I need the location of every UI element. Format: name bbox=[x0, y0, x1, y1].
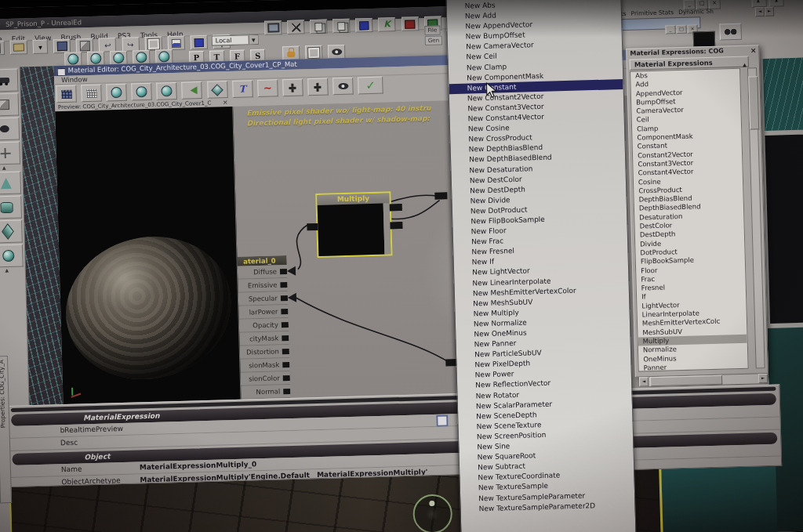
node-connector[interactable] bbox=[434, 192, 447, 199]
cone-primitive-icon[interactable] bbox=[0, 172, 21, 195]
corner-letter-t[interactable]: T bbox=[768, 0, 783, 7]
sphere-primitive-icon[interactable] bbox=[0, 244, 24, 267]
multiply-node[interactable]: Multiply bbox=[315, 191, 392, 258]
dock-tab-gen[interactable]: Gen bbox=[425, 35, 442, 45]
kismet-icon[interactable]: K bbox=[378, 17, 395, 32]
property-label: Name bbox=[61, 465, 82, 473]
scale-mode-icon[interactable] bbox=[190, 35, 207, 50]
minimize-icon[interactable]: _ bbox=[665, 25, 675, 34]
scrollbar-thumb[interactable] bbox=[748, 76, 759, 129]
browser-tab[interactable]: Primitive Stats bbox=[630, 9, 674, 17]
tab-scroll-right-icon[interactable]: ► bbox=[765, 7, 774, 16]
browser-tab[interactable]: Dynamic Sh bbox=[678, 8, 714, 16]
coordinate-system-combo[interactable]: Local ▼ bbox=[212, 34, 259, 46]
sheet-primitive-icon[interactable] bbox=[0, 219, 23, 243]
axis-gizmo-icon bbox=[71, 386, 85, 397]
plug-output-icon[interactable] bbox=[307, 78, 329, 96]
geometry-blob-icon[interactable] bbox=[0, 118, 20, 141]
node-input-b-connector[interactable] bbox=[390, 222, 402, 229]
property-label: Desc bbox=[60, 439, 78, 447]
save-icon[interactable] bbox=[53, 39, 71, 54]
grid-option-icon[interactable] bbox=[81, 85, 102, 103]
preview-cylinder-icon[interactable] bbox=[157, 82, 178, 100]
close-icon[interactable]: × bbox=[223, 99, 228, 106]
material-preview-viewport[interactable] bbox=[55, 107, 241, 407]
expressions-panel-title: Material Expressions: COG bbox=[630, 47, 724, 56]
cube-icon[interactable] bbox=[0, 93, 19, 117]
maximize-icon[interactable]: □ bbox=[676, 25, 686, 34]
node-output-connector[interactable] bbox=[307, 223, 318, 230]
mouse-cursor-icon bbox=[485, 81, 498, 101]
eye-icon[interactable] bbox=[328, 45, 345, 60]
light-widget-icon bbox=[412, 494, 452, 532]
background-option-icon[interactable] bbox=[56, 85, 77, 103]
lock-icon[interactable] bbox=[282, 46, 300, 61]
paste-icon[interactable] bbox=[332, 19, 350, 34]
browser-sphere-icon[interactable] bbox=[155, 49, 173, 64]
text-tool-icon[interactable]: T bbox=[232, 80, 253, 98]
open-file-icon[interactable] bbox=[10, 40, 27, 55]
dock-tab-file[interactable]: File bbox=[424, 26, 440, 36]
new-file-icon[interactable] bbox=[0, 41, 5, 56]
expressions-list[interactable]: AbsAddAppendVectorBumpOffsetCameraVector… bbox=[630, 68, 749, 372]
scrollbar-thumb[interactable] bbox=[650, 375, 722, 387]
dark-panel bbox=[765, 134, 803, 323]
home-arrow-icon[interactable] bbox=[182, 81, 203, 100]
show-preview-eye-icon[interactable] bbox=[332, 78, 354, 96]
preview-sphere bbox=[51, 220, 245, 396]
blue-square-icon[interactable] bbox=[355, 18, 372, 33]
window-icon bbox=[57, 67, 66, 75]
browser-sphere-icon[interactable] bbox=[133, 50, 150, 65]
plug-input-icon[interactable] bbox=[282, 78, 303, 96]
frame-icon[interactable] bbox=[305, 45, 322, 60]
checkbox[interactable] bbox=[436, 414, 448, 426]
expressions-header-label: Material Expressions bbox=[634, 59, 713, 69]
preview-cube-icon[interactable] bbox=[132, 83, 153, 101]
cylinder-primitive-icon[interactable] bbox=[0, 196, 22, 219]
apply-check-icon[interactable]: ✓ bbox=[358, 77, 383, 95]
toolbar-divider-icon: ▲ bbox=[0, 267, 22, 273]
browser-sphere-icon[interactable] bbox=[64, 52, 82, 67]
property-label: bRealtimePreview bbox=[60, 425, 123, 434]
chevron-down-icon[interactable]: ▼ bbox=[249, 35, 258, 44]
menu-window[interactable]: Window bbox=[61, 75, 88, 84]
camera-mode-icon[interactable] bbox=[144, 36, 162, 51]
move-cross-icon[interactable] bbox=[0, 142, 20, 165]
scroll-right-icon[interactable]: ► bbox=[758, 374, 768, 383]
search-binoculars-icon[interactable] bbox=[719, 24, 742, 41]
open-dropdown-icon[interactable]: ▼ bbox=[33, 39, 48, 54]
properties-dock-tab-label: Properties: COG_City_A bbox=[0, 360, 6, 428]
coordinate-system-value: Local bbox=[216, 37, 232, 45]
undo-icon[interactable]: ↩ bbox=[99, 38, 116, 52]
teal-diamond-icon[interactable] bbox=[207, 81, 228, 99]
scroll-left-icon[interactable]: ◄ bbox=[639, 377, 649, 386]
close-icon[interactable]: × bbox=[750, 45, 757, 55]
browser-sphere-icon[interactable] bbox=[110, 51, 127, 66]
main-window-title: SP_Prison_P - UnrealEd bbox=[5, 18, 82, 28]
material-expressions-panel: Material Expressions: COG × Material Exp… bbox=[626, 45, 768, 378]
redo-icon[interactable]: ↪ bbox=[122, 37, 139, 52]
preview-sphere-icon[interactable] bbox=[106, 84, 127, 102]
curve-tool-icon[interactable]: ~ bbox=[257, 79, 278, 97]
property-label: ObjectArchetype bbox=[61, 476, 121, 486]
tab-scroll-left-icon[interactable]: ◄ bbox=[755, 7, 765, 16]
screen: SP_Prison_P - UnrealEd FileEditViewBrush… bbox=[0, 0, 803, 532]
translate-mode-icon[interactable] bbox=[167, 36, 184, 51]
scroll-up-icon[interactable]: ▲ bbox=[743, 60, 747, 70]
multiply-node-preview bbox=[318, 204, 385, 256]
copy-icon[interactable] bbox=[310, 20, 327, 34]
camera-icon[interactable] bbox=[0, 69, 18, 92]
build-icon[interactable] bbox=[76, 38, 93, 53]
new-expression-context-menu: ▲ New AbsNew AddNew AppendVectorNew Bump… bbox=[445, 0, 636, 532]
node-input-a-connector[interactable] bbox=[390, 204, 402, 211]
browser-sphere-icon[interactable] bbox=[87, 51, 104, 66]
red-tool-icon[interactable] bbox=[402, 16, 419, 31]
toolbar-divider-icon: ▲ bbox=[0, 165, 19, 171]
monitor-icon[interactable] bbox=[264, 20, 282, 35]
cut-icon[interactable] bbox=[287, 20, 304, 34]
